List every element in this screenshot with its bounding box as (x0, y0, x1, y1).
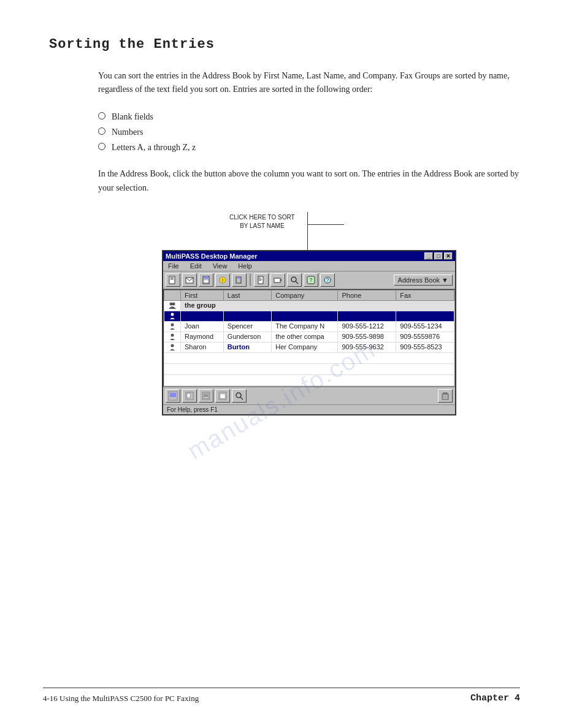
bottom-btn-trash[interactable] (438, 389, 453, 403)
cell-last: Spencer (223, 322, 271, 332)
svg-rect-6 (204, 280, 209, 282)
col-last-header[interactable]: Last (223, 290, 271, 301)
svg-point-24 (172, 303, 175, 306)
svg-text:?: ? (309, 277, 312, 283)
screenshot-container: CLICK HERE TO SORT BY LAST NAME MultiPAS… (156, 212, 462, 415)
svg-text:?: ? (326, 277, 329, 283)
svg-rect-5 (204, 276, 208, 279)
svg-point-28 (171, 344, 174, 347)
row-icon (164, 311, 181, 322)
menu-edit[interactable]: Edit (188, 262, 204, 270)
svg-point-26 (171, 324, 174, 327)
table-row-empty (164, 364, 454, 375)
cell-first: Joan (181, 322, 224, 332)
col-phone-header[interactable]: Phone (338, 290, 396, 301)
svg-text:!: ! (222, 278, 223, 283)
col-first-header[interactable]: First (181, 290, 224, 301)
cell-fax: 909-5559876 (396, 332, 454, 343)
cell-company: the other compa (272, 332, 338, 343)
toolbar-btn-10[interactable]: ? (320, 273, 335, 287)
callout-horizontal-line (307, 224, 344, 225)
list-item: Blank fields (98, 109, 520, 124)
cell-first: Sharon (181, 343, 224, 353)
menu-help[interactable]: Help (236, 262, 255, 270)
row-icon (164, 301, 181, 311)
callout-drop-line (307, 224, 308, 250)
bottom-btn-1[interactable] (166, 389, 180, 403)
close-button[interactable]: ✕ (444, 252, 453, 260)
minimize-button[interactable]: _ (424, 252, 433, 260)
address-table: First Last Company Phone Fax (164, 290, 454, 386)
toolbar-btn-8[interactable] (287, 273, 302, 287)
col-fax-header[interactable]: Fax (396, 290, 454, 301)
cell-company: The Company N (272, 322, 338, 332)
table-row: Joan Spencer The Company N 909-555-1212 … (164, 322, 454, 332)
win-statusbar: For Help, press F1 (163, 404, 455, 414)
col-icon-header (164, 290, 181, 301)
cell-company: Her Company (272, 343, 338, 353)
toolbar-btn-3[interactable] (199, 273, 213, 287)
win-bottombar (163, 387, 455, 404)
cell-last: Burton (223, 343, 271, 353)
svg-rect-2 (170, 279, 174, 279)
status-text: For Help, press F1 (167, 406, 218, 413)
closing-paragraph: In the Address Book, click the button ab… (98, 167, 520, 195)
callout-bracket (307, 212, 344, 225)
cell-last: Gunderson (223, 332, 271, 343)
toolbar-btn-1[interactable] (166, 273, 180, 287)
row-icon (164, 322, 181, 332)
address-table-container: First Last Company Phone Fax (163, 289, 455, 387)
svg-rect-38 (220, 394, 225, 398)
row-icon (164, 343, 181, 353)
bullet-list: Blank fields Numbers Letters A, a throug… (98, 109, 520, 156)
svg-line-40 (240, 397, 243, 400)
callout-vertical-line (307, 212, 308, 224)
page: Sorting the Entries You can sort the ent… (0, 0, 563, 728)
col-company-header[interactable]: Company (272, 290, 338, 301)
page-footer: 4-16 Using the MultiPASS C2500 for PC Fa… (43, 688, 520, 703)
bullet-icon (98, 127, 105, 135)
svg-line-18 (296, 281, 298, 284)
toolbar-btn-5[interactable] (232, 273, 247, 287)
address-book-button[interactable]: Address Book ▼ (394, 275, 453, 286)
svg-rect-42 (443, 393, 447, 394)
table-row: Sharon Burton Her Company 909-555-9632 9… (164, 343, 454, 353)
toolbar-btn-7[interactable] (270, 273, 285, 287)
row-icon (164, 332, 181, 343)
win-toolbar: ! ? (163, 271, 455, 289)
cell-fax: 909-555-8523 (396, 343, 454, 353)
cell-fax: 909-555-1234 (396, 322, 454, 332)
svg-rect-36 (204, 396, 208, 396)
toolbar-btn-2[interactable] (182, 273, 197, 287)
bottom-btn-4[interactable] (215, 389, 230, 403)
svg-rect-13 (259, 279, 262, 279)
win-controls: _ □ ✕ (424, 252, 453, 260)
menu-file[interactable]: File (166, 262, 182, 270)
callout-label: CLICK HERE TO SORT BY LAST NAME (229, 213, 295, 230)
cell-first: Raymond (181, 332, 224, 343)
table-row-empty (164, 375, 454, 386)
cell-phone: 909-555-9898 (338, 332, 396, 343)
maximize-button[interactable]: □ (434, 252, 443, 260)
bottom-btn-3[interactable] (199, 389, 213, 403)
table-row-empty (164, 353, 454, 364)
toolbar-btn-6[interactable] (254, 273, 269, 287)
win-menubar: File Edit View Help (163, 261, 455, 271)
menu-view[interactable]: View (210, 262, 230, 270)
toolbar-btn-4[interactable]: ! (215, 273, 230, 287)
svg-point-17 (291, 277, 296, 282)
svg-rect-12 (259, 278, 261, 278)
cell-phone: 909-555-9632 (338, 343, 396, 353)
svg-rect-32 (187, 393, 190, 398)
win-title: MultiPASS Desktop Manager (166, 252, 258, 260)
svg-rect-10 (237, 277, 240, 279)
svg-point-39 (236, 393, 241, 398)
list-item: Letters A, a through Z, z (98, 140, 520, 155)
bottom-btn-5[interactable] (232, 389, 247, 403)
bullet-icon (98, 112, 105, 119)
table-row: the group (164, 301, 454, 311)
page-title: Sorting the Entries (49, 37, 520, 52)
toolbar-btn-9[interactable]: ? (304, 273, 318, 287)
list-item: Numbers (98, 124, 520, 140)
bottom-btn-2[interactable] (182, 389, 197, 403)
